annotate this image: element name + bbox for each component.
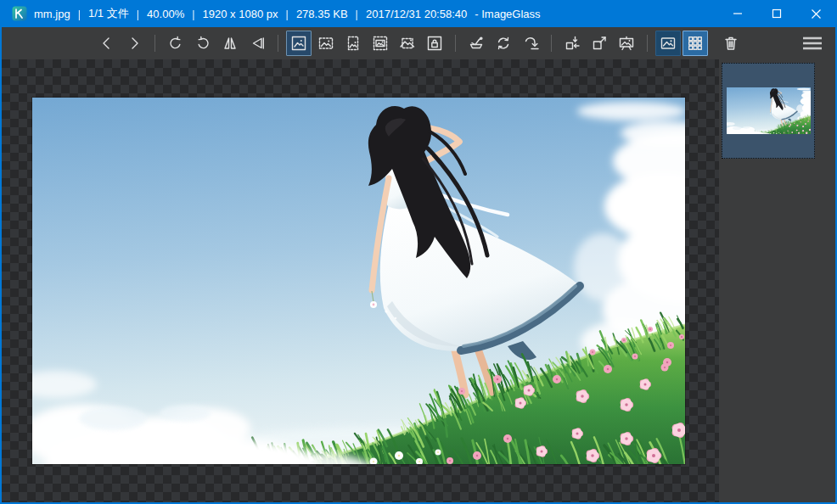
scale-to-height-button[interactable]	[340, 31, 366, 56]
main-area	[2, 59, 835, 502]
adjust-window-to-image-button[interactable]	[559, 31, 585, 56]
image-viewer[interactable]	[2, 59, 719, 502]
toolbar-separator	[278, 35, 278, 52]
title-separator: |	[192, 8, 194, 20]
previous-image-button[interactable]	[94, 31, 120, 56]
scale-to-width-button[interactable]	[313, 31, 339, 56]
window-controls	[718, 0, 835, 27]
title-separator: |	[137, 8, 139, 20]
title-separator: |	[356, 8, 358, 20]
title-app-name: - ImageGlass	[475, 8, 540, 20]
title-separator: |	[78, 8, 81, 20]
flip-horizontal-button[interactable]	[217, 31, 243, 56]
toolbar-separator	[647, 35, 648, 52]
thumbnail-image	[727, 87, 811, 134]
imageglass-window: mm.jpg | 1/1 文件 | 40.00% | 1920 x 1080 p…	[0, 0, 837, 504]
title-zoom-level: 40.00%	[147, 8, 184, 20]
checkerboard-background-button[interactable]	[655, 31, 681, 56]
thumbnail-panel-button[interactable]	[683, 31, 708, 56]
title-timestamp: 2017/12/31 20:58:40	[366, 8, 467, 20]
full-screen-button[interactable]	[587, 31, 612, 56]
toolbar-separator	[551, 35, 552, 52]
scale-to-fill-button[interactable]	[395, 31, 420, 56]
slideshow-button[interactable]	[614, 31, 639, 56]
close-button[interactable]	[796, 0, 835, 27]
titlebar: mm.jpg | 1/1 文件 | 40.00% | 1920 x 1080 p…	[2, 0, 835, 27]
maximize-button[interactable]	[757, 0, 796, 27]
scale-to-fit-button[interactable]	[368, 31, 393, 56]
title-filename: mm.jpg	[34, 8, 70, 20]
go-to-page-button[interactable]	[518, 31, 543, 56]
imageglass-logo-icon[interactable]	[12, 6, 27, 21]
title-separator: |	[285, 8, 288, 20]
refresh-button[interactable]	[491, 31, 516, 56]
title-file-size: 278.35 KB	[296, 8, 348, 20]
titlebar-text: mm.jpg | 1/1 文件 | 40.00% | 1920 x 1080 p…	[34, 6, 541, 21]
toolbar-separator	[455, 35, 456, 52]
next-image-button[interactable]	[121, 31, 147, 56]
minimize-button[interactable]	[718, 0, 757, 27]
toolbar-separator	[154, 35, 155, 52]
rotate-clockwise-button[interactable]	[190, 31, 216, 56]
displayed-image[interactable]	[32, 98, 685, 464]
main-menu-button[interactable]	[798, 31, 827, 56]
title-file-count: 1/1 文件	[88, 6, 129, 21]
toolbar	[2, 27, 835, 59]
auto-zoom-button[interactable]	[286, 31, 312, 56]
thumbnail-item-selected[interactable]	[722, 63, 815, 159]
rotate-counterclockwise-button[interactable]	[163, 31, 188, 56]
thumbnail-panel	[719, 59, 835, 502]
flip-vertical-button[interactable]	[244, 31, 270, 56]
title-dimensions: 1920 x 1080 px	[203, 8, 278, 20]
edit-image-button[interactable]	[463, 31, 489, 56]
delete-image-button[interactable]	[718, 31, 744, 56]
lock-zoom-ratio-button[interactable]	[422, 31, 447, 56]
